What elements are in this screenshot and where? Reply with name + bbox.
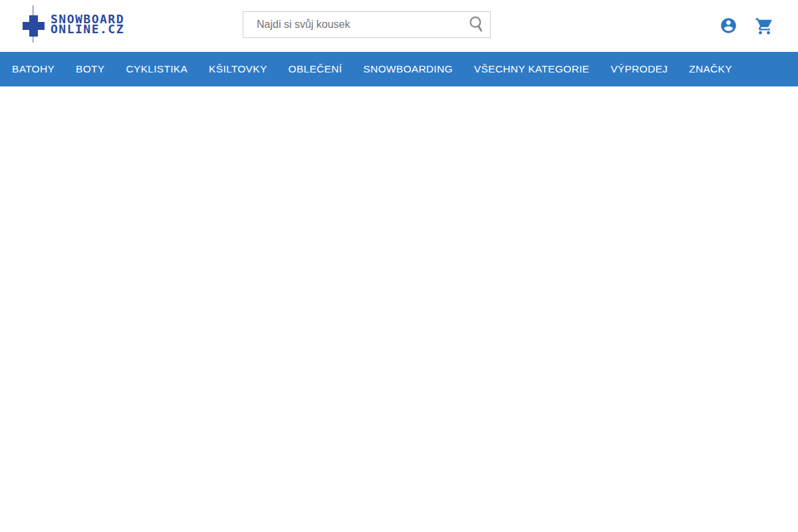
brand-name-line2: ONLINE.CZ xyxy=(51,24,124,34)
nav-item-batohy[interactable]: BATOHY xyxy=(1,52,65,86)
cart-icon xyxy=(754,17,775,38)
content-area xyxy=(0,86,798,532)
main-navigation: BATOHY BOTY CYKLISTIKA KŠILTOVKY OBLEČEN… xyxy=(0,52,798,86)
account-button[interactable] xyxy=(719,17,737,36)
cart-button[interactable] xyxy=(753,17,775,37)
brand-name: SNOWBOARD ONLINE.CZ xyxy=(51,14,124,34)
brand-logo[interactable]: SNOWBOARD ONLINE.CZ xyxy=(23,5,156,47)
search-icon xyxy=(468,15,485,35)
search-box xyxy=(243,11,491,38)
nav-item-cyklistika[interactable]: CYKLISTIKA xyxy=(116,52,199,86)
site-header: SNOWBOARD ONLINE.CZ xyxy=(0,0,798,52)
search-input[interactable] xyxy=(243,12,464,37)
nav-item-znacky[interactable]: ZNAČKY xyxy=(678,52,743,86)
nav-item-vsechny-kategorie[interactable]: VŠECHNY KATEGORIE xyxy=(464,52,600,86)
nav-item-boty[interactable]: BOTY xyxy=(65,52,115,86)
nav-item-obleceni[interactable]: OBLEČENÍ xyxy=(278,52,353,86)
nav-item-ksiltovky[interactable]: KŠILTOVKY xyxy=(198,52,277,86)
search-button[interactable] xyxy=(464,11,490,38)
nav-item-vyprodej[interactable]: VÝPRODEJ xyxy=(600,52,678,86)
account-icon xyxy=(720,17,737,37)
nav-item-snowboarding[interactable]: SNOWBOARDING xyxy=(352,52,464,86)
